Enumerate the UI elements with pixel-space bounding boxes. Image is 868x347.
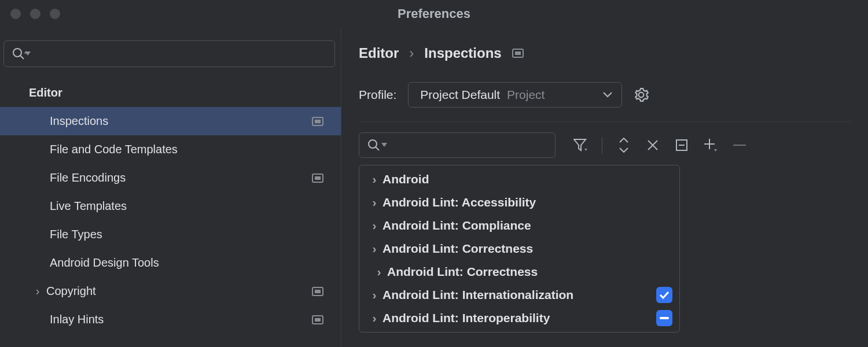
inspections-toolbar xyxy=(359,132,868,158)
svg-rect-11 xyxy=(515,51,521,55)
panel-icon xyxy=(312,172,323,184)
sidebar-item-copyright[interactable]: ›Copyright xyxy=(0,277,341,305)
inspections-search-input[interactable] xyxy=(359,132,556,158)
panel-icon xyxy=(512,47,524,59)
breadcrumb-editor[interactable]: Editor xyxy=(359,45,399,61)
chevron-right-icon: › xyxy=(366,311,382,325)
sidebar-item-live-templates[interactable]: Live Templates xyxy=(0,192,341,220)
minimize-window-icon[interactable] xyxy=(30,9,41,19)
expand-collapse-icon[interactable] xyxy=(616,138,631,153)
svg-line-13 xyxy=(376,147,379,150)
inspection-label: Android Lint: Correctness xyxy=(387,265,672,279)
remove-icon[interactable] xyxy=(732,138,747,153)
inspection-label: Android Lint: Internationalization xyxy=(382,288,656,302)
sidebar-search-input[interactable] xyxy=(3,40,335,67)
divider xyxy=(359,121,851,122)
sidebar: Editor InspectionsFile and Code Template… xyxy=(0,28,341,347)
chevron-right-icon: › xyxy=(366,219,382,232)
inspection-category-row[interactable]: ›Android Lint: Internationalization xyxy=(359,283,679,307)
chevron-right-icon: › xyxy=(366,195,382,209)
chevron-right-icon: › xyxy=(29,285,46,298)
profile-row: Profile: Project Default Project xyxy=(359,82,868,108)
search-icon xyxy=(367,139,382,152)
chevron-right-icon: › xyxy=(371,265,387,279)
checkbox-checked-icon[interactable] xyxy=(656,287,672,303)
profile-label: Profile: xyxy=(359,88,396,102)
add-icon[interactable] xyxy=(703,138,718,153)
maximize-window-icon[interactable] xyxy=(50,9,60,19)
inspection-category-row[interactable]: ›Android Lint: Correctness xyxy=(359,260,679,283)
dropdown-icon xyxy=(25,51,31,56)
deselect-icon[interactable] xyxy=(674,138,689,153)
chevron-right-icon: › xyxy=(366,172,382,186)
separator xyxy=(602,137,602,153)
sidebar-item-inspections[interactable]: Inspections xyxy=(0,107,341,135)
chevron-right-icon: › xyxy=(366,288,382,302)
close-x-icon[interactable] xyxy=(645,138,660,153)
content-panel: Editor › Inspections Profile: Project De… xyxy=(341,28,868,347)
filter-icon[interactable] xyxy=(573,138,588,153)
sidebar-item-label: File Encodings xyxy=(50,171,126,184)
sidebar-item-file-encodings[interactable]: File Encodings xyxy=(0,164,341,192)
breadcrumb-inspections: Inspections xyxy=(424,45,501,61)
inspection-label: Android Lint: Accessibility xyxy=(382,195,672,209)
gear-icon[interactable] xyxy=(634,87,649,102)
inspection-label: Android xyxy=(382,172,672,186)
chevron-right-icon: › xyxy=(409,45,414,61)
main-area: Editor InspectionsFile and Code Template… xyxy=(0,28,868,347)
inspection-category-row[interactable]: ›Android xyxy=(359,168,679,191)
window-title: Preferences xyxy=(398,6,470,21)
inspection-category-row[interactable]: ›Android Lint: Correctness xyxy=(359,237,679,260)
sidebar-item-inlay-hints[interactable]: Inlay Hints xyxy=(0,305,341,334)
breadcrumb: Editor › Inspections xyxy=(359,45,868,61)
inspection-category-row[interactable]: ›Android Lint: Interoperability xyxy=(359,307,679,330)
sidebar-item-label: Android Design Tools xyxy=(50,256,159,270)
svg-point-0 xyxy=(13,49,21,57)
inspection-label: Android Lint: Interoperability xyxy=(382,311,656,325)
svg-rect-17 xyxy=(660,317,669,319)
chevron-down-icon xyxy=(603,92,612,98)
svg-rect-3 xyxy=(315,120,321,123)
inspection-label: Android Lint: Compliance xyxy=(382,219,672,232)
inspections-list[interactable]: ›Android›Android Lint: Accessibility›And… xyxy=(359,165,680,333)
svg-rect-7 xyxy=(315,290,321,293)
svg-point-12 xyxy=(369,140,377,148)
profile-scope: Project xyxy=(507,88,545,102)
dropdown-icon xyxy=(381,143,387,147)
panel-icon xyxy=(312,286,323,297)
sidebar-item-label: Live Templates xyxy=(50,200,127,213)
panel-icon xyxy=(312,116,323,127)
sidebar-item-label: Inlay Hints xyxy=(50,313,104,326)
profile-select[interactable]: Project Default Project xyxy=(408,82,622,108)
chevron-right-icon: › xyxy=(366,242,382,256)
inspection-category-row[interactable]: ›Android Lint: Accessibility xyxy=(359,191,679,214)
svg-rect-5 xyxy=(315,176,321,180)
svg-rect-9 xyxy=(315,318,321,322)
checkbox-mixed-icon[interactable] xyxy=(656,310,672,326)
sidebar-item-file-types[interactable]: File Types xyxy=(0,220,341,249)
inspection-category-row[interactable]: ›Android Lint: Compliance xyxy=(359,214,679,237)
sidebar-section-editor[interactable]: Editor xyxy=(0,79,341,107)
panel-icon xyxy=(312,314,323,326)
inspection-label: Android Lint: Correctness xyxy=(382,242,672,256)
sidebar-item-android-design-tools[interactable]: Android Design Tools xyxy=(0,249,341,277)
close-window-icon[interactable] xyxy=(10,9,21,19)
profile-value: Project Default xyxy=(420,88,500,102)
sidebar-item-label: File and Code Templates xyxy=(50,143,178,156)
sidebar-item-label: Inspections xyxy=(50,115,108,128)
svg-line-1 xyxy=(20,56,24,59)
window-controls[interactable] xyxy=(10,9,60,19)
sidebar-section-label: Editor xyxy=(29,86,62,99)
sidebar-item-label: File Types xyxy=(50,228,102,241)
sidebar-item-label: Copyright xyxy=(46,285,96,298)
sidebar-item-file-and-code-templates[interactable]: File and Code Templates xyxy=(0,135,341,164)
titlebar: Preferences xyxy=(0,0,868,28)
